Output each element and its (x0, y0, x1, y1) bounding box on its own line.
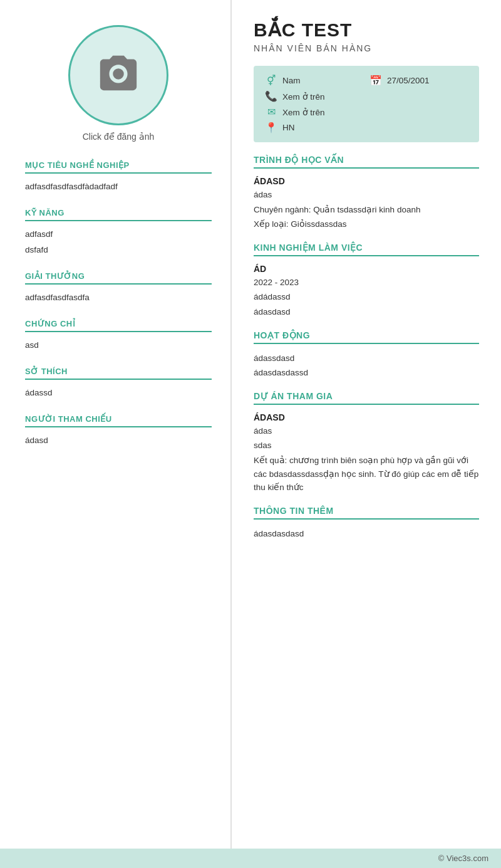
info-row-email: ✉ Xem ở trên (265, 106, 468, 118)
section-giai-thuong: GIẢI THƯỞNG adfasdfasdfasdfa (25, 271, 212, 305)
photo-area: Click để đăng ảnh (25, 25, 212, 142)
project-name: ÁDASD (254, 412, 479, 422)
project-detail: ádas sdas Kết quả: chương trình biên soạ… (254, 424, 479, 494)
project-result: Kết quả: chương trình biên soạn phù hợp … (254, 454, 479, 494)
school-name: ÁDASD (254, 176, 479, 186)
work-detail2: ádasdasd (254, 305, 479, 319)
section-title-trinh-do: TRÌNH ĐỘ HỌC VẤN (254, 155, 479, 169)
phone-value: Xem ở trên (282, 92, 325, 102)
work-detail1: ádádassd (254, 290, 479, 304)
work-detail: 2022 - 2023 ádádassd ádasdasd (254, 276, 479, 319)
project-item: ÁDASD ádas sdas Kết quả: chương trình bi… (254, 412, 479, 494)
photo-label: Click để đăng ảnh (83, 132, 155, 142)
section-content-giai-thuong: adfasdfasdfasdfa (25, 291, 212, 305)
gender-value: Nam (282, 76, 301, 85)
section-chung-chi: CHỨNG CHỈ asd (25, 319, 212, 353)
school-rank: Xếp loại: Giỏissdassdas (254, 217, 479, 231)
location-icon: 📍 (265, 122, 277, 133)
info-row-location: 📍 HN (265, 122, 468, 133)
dob-value: 27/05/2001 (387, 76, 430, 85)
footer: © Viec3s.com (0, 849, 501, 868)
thong-tin-them-detail: ádasdasdasd (254, 527, 479, 541)
page-wrapper: Click để đăng ảnh MỤC TIÊU NGHỀ NGHIỆP a… (0, 0, 501, 868)
hoat-dong-item1: ádassdasd (254, 352, 479, 365)
edu-item: ÁDASD ádas Chuyên ngành: Quản tsdassdạri… (254, 176, 479, 231)
gender-icon: ⚥ (265, 75, 277, 86)
section-content-chung-chi: asd (25, 338, 212, 353)
name-block: BẮC TEST NHÂN VIÊN BÁN HÀNG (254, 19, 479, 53)
email-icon: ✉ (265, 106, 277, 118)
email-value: Xem ở trên (282, 107, 325, 117)
info-row-dob: 📅 27/05/2001 (369, 75, 468, 86)
section-title-ky-nang: KỸ NĂNG (25, 208, 212, 221)
work-period: 2022 - 2023 (254, 276, 479, 290)
section-so-thich: SỞ THÍCH ádassd (25, 367, 212, 400)
candidate-title: NHÂN VIÊN BÁN HÀNG (254, 43, 479, 53)
section-content-muc-tieu: adfasdfasdfasdfàdadfadf (25, 180, 212, 194)
section-title-chung-chi: CHỨNG CHỈ (25, 319, 212, 332)
candidate-name: BẮC TEST (254, 19, 479, 41)
project-year: ádas (254, 424, 479, 438)
school-detail: ádas Chuyên ngành: Quản tsdassdạri kinh … (254, 188, 479, 231)
section-title-nguoi-tham-chieu: NGƯỜI THAM CHIẾU (25, 414, 212, 427)
sidebar: Click để đăng ảnh MỤC TIÊU NGHỀ NGHIỆP a… (0, 0, 232, 849)
footer-text: © Viec3s.com (438, 854, 488, 863)
project-sdas: sdas (254, 439, 479, 452)
section-nguoi-tham-chieu: NGƯỜI THAM CHIẾU ádasd (25, 414, 212, 448)
section-ky-nang: KỸ NĂNG adfasdf dsfafd (25, 208, 212, 258)
company-name: ÁD (254, 264, 479, 274)
section-du-an: DỰ ÁN THAM GIA ÁDASD ádas sdas Kết quả: … (254, 391, 479, 494)
section-muc-tieu: MỤC TIÊU NGHỀ NGHIỆP adfasdfasdfasdfàdad… (25, 160, 212, 194)
section-title-kinh-nghiem: KINH NGHIỆM LÀM VIỆC (254, 243, 479, 256)
work-item: ÁD 2022 - 2023 ádádassd ádasdasd (254, 264, 479, 319)
photo-upload-circle[interactable] (68, 25, 168, 125)
svg-point-0 (113, 68, 124, 80)
section-title-thong-tin-them: THÔNG TIN THÊM (254, 506, 479, 520)
phone-icon: 📞 (265, 90, 277, 102)
school-year: ádas (254, 188, 479, 202)
right-panel: BẮC TEST NHÂN VIÊN BÁN HÀNG ⚥ Nam 📅 27/0… (232, 0, 501, 849)
info-row-phone: 📞 Xem ở trên (265, 90, 468, 102)
section-title-hoat-dong: HOẠT ĐỘNG (254, 330, 479, 344)
section-title-so-thich: SỞ THÍCH (25, 367, 212, 380)
school-major: Chuyên ngành: Quản tsdassdạri kinh doanh (254, 203, 479, 217)
hoat-dong-detail: ádassdasd ádasdasdassd (254, 352, 479, 380)
main-content: Click để đăng ảnh MỤC TIÊU NGHỀ NGHIỆP a… (0, 0, 501, 849)
section-title-giai-thuong: GIẢI THƯỞNG (25, 271, 212, 285)
section-thong-tin-them: THÔNG TIN THÊM ádasdasdasd (254, 506, 479, 541)
section-content-ky-nang: adfasdf dsfafd (25, 227, 212, 258)
section-content-nguoi-tham-chieu: ádasd (25, 434, 212, 448)
section-title-du-an: DỰ ÁN THAM GIA (254, 391, 479, 405)
section-hoat-dong: HOẠT ĐỘNG ádassdasd ádasdasdassd (254, 330, 479, 380)
hoat-dong-item2: ádasdasdassd (254, 366, 479, 380)
thong-tin-them-content: ádasdasdasd (254, 527, 479, 541)
info-box: ⚥ Nam 📅 27/05/2001 📞 Xem ở trên ✉ Xem ở … (254, 66, 479, 142)
location-value: HN (282, 123, 295, 132)
camera-icon (93, 50, 143, 100)
dob-icon: 📅 (369, 75, 382, 86)
section-content-so-thich: ádassd (25, 386, 212, 400)
info-row-gender: ⚥ Nam (265, 75, 363, 86)
section-kinh-nghiem: KINH NGHIỆM LÀM VIỆC ÁD 2022 - 2023 ádád… (254, 243, 479, 319)
section-title-muc-tieu: MỤC TIÊU NGHỀ NGHIỆP (25, 160, 212, 174)
section-trinh-do: TRÌNH ĐỘ HỌC VẤN ÁDASD ádas Chuyên ngành… (254, 155, 479, 231)
